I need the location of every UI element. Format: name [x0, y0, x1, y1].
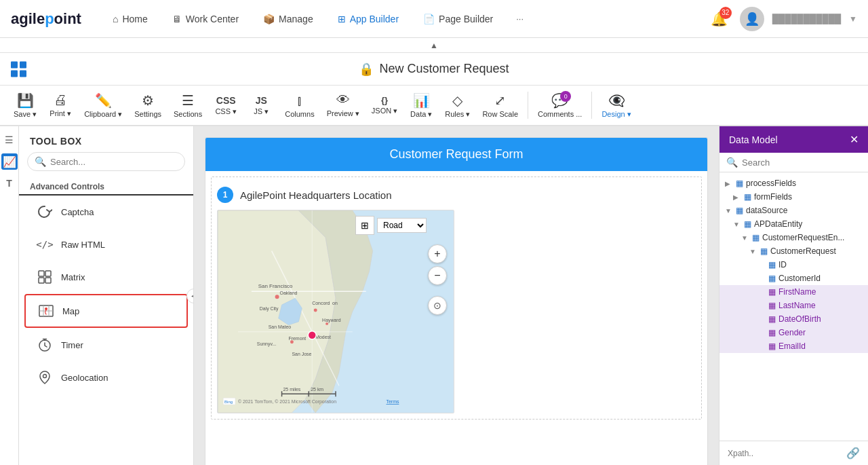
collapse-arrow-icon[interactable]: ▲ — [430, 41, 438, 50]
toolbox-section-label: Advanced Controls — [19, 176, 193, 196]
nav-home[interactable]: ⌂ Home — [103, 8, 157, 30]
svg-point-15 — [326, 322, 328, 325]
data-model-close-button[interactable]: ✕ — [850, 133, 859, 146]
design-button[interactable]: 👁‍🗨 Design ▾ — [596, 90, 636, 122]
save-button[interactable]: 💾 Save ▾ — [8, 90, 42, 122]
toolbox-item-timer[interactable]: Timer — [24, 329, 188, 360]
map-widget[interactable]: San Francisco Oakland Concord Hayward Fr… — [217, 210, 454, 413]
notification-badge: 32 — [719, 7, 732, 19]
rules-button[interactable]: ◇ Rules ▾ — [439, 90, 475, 122]
data-model-search-input[interactable] — [742, 157, 861, 168]
svg-rect-0 — [39, 271, 44, 276]
xpath-link-icon[interactable]: 🔗 — [846, 447, 860, 460]
columns-button[interactable]: ⫿ Columns — [279, 90, 319, 121]
svg-text:Modest: Modest — [315, 335, 331, 339]
map-type-select[interactable]: Road Satellite Terrain — [377, 218, 427, 233]
map-type-toggle-icon[interactable]: ⊞ — [355, 216, 374, 235]
preview-icon: 👁 — [336, 92, 350, 108]
sections-button[interactable]: ☰ Sections — [168, 90, 208, 121]
comments-badge: 0 — [560, 91, 571, 102]
nav-manage[interactable]: 📦 Manage — [254, 8, 323, 30]
data-model-panel: Data Model ✕ 🔍 ▶ ▦ processFields ▶ ▦ for… — [719, 126, 868, 465]
zoom-in-button[interactable]: + — [428, 244, 447, 263]
svg-text:on: on — [332, 301, 338, 305]
dm-node-ID[interactable]: ▦ ID — [719, 258, 868, 272]
xpath-input[interactable] — [728, 449, 841, 458]
sections-label: Sections — [174, 110, 202, 118]
sections-icon: ☰ — [182, 92, 194, 109]
toolbox-search-input[interactable] — [50, 157, 178, 167]
svg-text:Daly City: Daly City — [260, 306, 279, 312]
map-zoom-controls: + − ⊙ — [428, 244, 447, 315]
nav-pagebuilder[interactable]: 📄 Page Builder — [414, 8, 502, 30]
dm-node-processFields[interactable]: ▶ ▦ processFields — [719, 176, 868, 190]
js-button[interactable]: JS JS ▾ — [244, 92, 278, 119]
field-icon: ▦ — [768, 328, 776, 337]
field-icon: ▦ — [768, 341, 776, 351]
data-label: Data ▾ — [410, 110, 432, 119]
rawhtml-label: Raw HTML — [61, 240, 105, 250]
sidebar-tab-list[interactable]: ☰ — [1, 132, 18, 148]
dm-node-EmailId[interactable]: ▦ EmailId — [719, 339, 868, 353]
css-button[interactable]: CSS CSS ▾ — [209, 92, 243, 119]
settings-button[interactable]: ⚙ Settings — [129, 90, 167, 121]
nav-right: 🔔 32 👤 ███████████ ▼ — [707, 7, 857, 31]
toolbox-item-captcha[interactable]: Captcha — [24, 196, 188, 227]
print-button[interactable]: 🖨 Print ▾ — [43, 90, 77, 121]
js-icon: JS — [256, 95, 267, 106]
captcha-icon — [35, 202, 54, 221]
grid-apps-icon[interactable] — [11, 61, 26, 77]
top-navigation: agilepoint ⌂ Home 🖥 Work Center 📦 Manage… — [0, 0, 868, 38]
design-icon: 👁‍🗨 — [608, 92, 625, 109]
notifications-button[interactable]: 🔔 32 — [707, 7, 732, 31]
dm-node-APDataEntity[interactable]: ▼ ▦ APDataEntity — [719, 217, 868, 231]
nav-workcenter[interactable]: 🖥 Work Center — [163, 8, 248, 30]
user-chevron-icon[interactable]: ▼ — [849, 14, 857, 24]
dm-node-CustomerRequest[interactable]: ▼ ▦ CustomerRequest — [719, 244, 868, 258]
dm-node-DateOfBirth[interactable]: ▦ DateOfBirth — [719, 312, 868, 326]
dm-node-Gender[interactable]: ▦ Gender — [719, 326, 868, 339]
svg-rect-3 — [45, 278, 51, 283]
data-button[interactable]: 📊 Data ▾ — [404, 90, 438, 122]
canvas-area[interactable]: Customer Request Form 1 AgilePoint Headq… — [194, 126, 719, 465]
preview-button[interactable]: 👁 Preview ▾ — [321, 90, 365, 121]
expand-icon: ▼ — [741, 234, 749, 242]
locate-me-button[interactable]: ⊙ — [428, 296, 447, 315]
nav-more[interactable]: ··· — [508, 8, 532, 29]
dm-node-FirstName[interactable]: ▦ FirstName — [719, 285, 868, 299]
toolbox-search-container: 🔍 — [27, 152, 185, 171]
settings-icon: ⚙ — [142, 92, 154, 109]
sidebar-tab-active[interactable]: 📈 — [1, 153, 18, 170]
dm-node-LastName[interactable]: ▦ LastName — [719, 299, 868, 312]
section-title: AgilePoint Headquarters Location — [240, 189, 391, 201]
page-title-bar: 🔒 New Customer Request — [0, 53, 868, 86]
toolbox-item-rawhtml[interactable]: </> Raw HTML — [24, 229, 188, 260]
json-label: JSON ▾ — [372, 107, 397, 115]
form-section-1: 1 AgilePoint Headquarters Location — [211, 176, 702, 420]
rowscale-button[interactable]: ⤢ Row Scale — [477, 90, 524, 121]
dm-node-CustomerRequestEn[interactable]: ▼ ▦ CustomerRequestEn... — [719, 231, 868, 244]
map-type-bar: ⊞ Road Satellite Terrain — [355, 216, 427, 235]
dm-node-CustomerId[interactable]: ▦ CustomerId — [719, 272, 868, 285]
geolocation-icon — [35, 368, 54, 387]
json-button[interactable]: {} JSON ▾ — [366, 92, 403, 118]
lock-icon: 🔒 — [359, 62, 374, 77]
toolbox-title: TOOL BOX — [19, 126, 193, 152]
dm-node-dataSource[interactable]: ▼ ▦ dataSource — [719, 204, 868, 217]
toolbox-item-matrix[interactable]: Matrix — [24, 261, 188, 293]
toolbox-item-map[interactable]: Map — [24, 294, 188, 328]
sidebar-tab-t[interactable]: T — [1, 175, 18, 191]
sidebar-tabs: ☰ 📈 T — [0, 126, 19, 465]
dm-node-formFields[interactable]: ▶ ▦ formFields — [719, 190, 868, 204]
clipboard-button[interactable]: ✏️ Clipboard ▾ — [79, 90, 127, 122]
geolocation-label: Geolocation — [61, 373, 108, 383]
comments-button[interactable]: 💬 0 Comments ... — [532, 90, 587, 121]
nav-appbuilder[interactable]: ⊞ App Builder — [328, 8, 408, 30]
zoom-out-button[interactable]: − — [428, 266, 447, 285]
save-label: Save ▾ — [14, 110, 37, 119]
main-layout: ☰ 📈 T TOOL BOX 🔍 Advanced Controls Captc… — [0, 126, 868, 465]
toolbox-item-geolocation[interactable]: Geolocation — [24, 362, 188, 393]
expand-icon: ▶ — [733, 193, 741, 201]
nav-items: ⌂ Home 🖥 Work Center 📦 Manage ⊞ App Buil… — [103, 8, 707, 30]
app-logo[interactable]: agilepoint — [11, 10, 81, 28]
